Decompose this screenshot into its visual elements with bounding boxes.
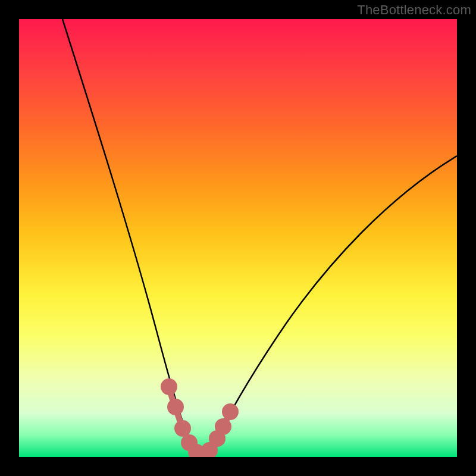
bottleneck-curve [19, 19, 457, 457]
chart-frame: TheBottleneck.com [0, 0, 476, 476]
watermark-text: TheBottleneck.com [357, 2, 471, 18]
svg-point-8 [218, 421, 228, 432]
accent-segment [164, 381, 236, 457]
svg-point-2 [177, 423, 188, 434]
svg-point-7 [212, 433, 223, 444]
svg-point-0 [164, 381, 174, 392]
curve-path [62, 19, 457, 455]
svg-point-9 [225, 406, 236, 417]
chart-plot-area [19, 19, 457, 457]
svg-point-6 [204, 445, 215, 456]
svg-point-1 [170, 402, 181, 412]
